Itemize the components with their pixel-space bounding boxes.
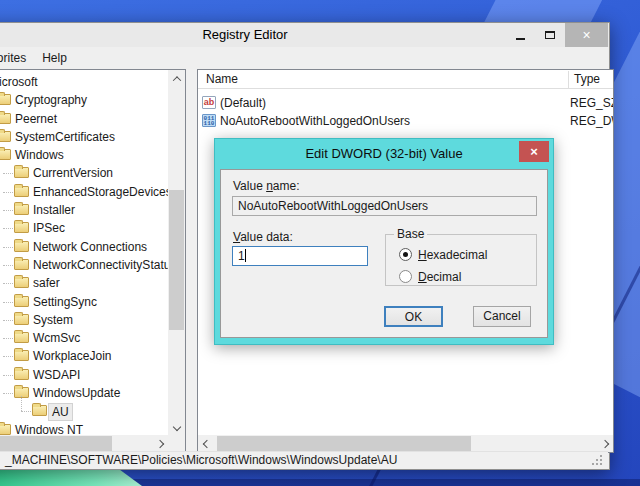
tree-item-label[interactable]: Installer — [30, 202, 78, 218]
tree-item-label[interactable]: Windows NT — [12, 422, 86, 435]
menu-bar: FileEditViewFavoritesHelp — [0, 47, 609, 69]
tree-item-windowsupdate[interactable]: WindowsUpdate — [0, 384, 185, 402]
scroll-right-button[interactable] — [596, 435, 613, 452]
scroll-right-button[interactable] — [151, 435, 168, 452]
tree-item-system[interactable]: System — [0, 311, 185, 329]
tree-connector — [3, 283, 13, 284]
tree-item-settingsync[interactable]: SettingSync — [0, 293, 185, 311]
tree-item-microsoft[interactable]: Microsoft — [0, 73, 185, 91]
registry-tree-pane: MicrosoftCryptographyPeernetSystemCertif… — [0, 69, 186, 453]
tree-connector — [3, 173, 13, 174]
chevron-right-icon — [600, 439, 608, 447]
radio-icon[interactable] — [399, 270, 412, 283]
text-caret — [245, 249, 246, 262]
value-row[interactable]: 011110NoAutoRebootWithLoggedOnUsersREG_D… — [198, 112, 613, 130]
maximize-button[interactable] — [535, 23, 565, 47]
tree-item-wsdapi[interactable]: WSDAPI — [0, 366, 185, 384]
cancel-button[interactable]: Cancel — [473, 306, 531, 327]
maximize-icon — [545, 31, 555, 39]
tree-item-safer[interactable]: safer — [0, 274, 185, 292]
tree-item-label[interactable]: Microsoft — [0, 74, 41, 90]
folder-icon — [14, 369, 29, 380]
tree-item-label[interactable]: Windows — [12, 147, 67, 163]
close-button[interactable]: × — [565, 23, 608, 47]
folder-icon — [14, 350, 29, 361]
tree-item-label[interactable]: WorkplaceJoin — [30, 348, 114, 364]
tree-vscroll-thumb[interactable] — [169, 190, 184, 330]
status-bar: _MACHINE\SOFTWARE\Policies\Microsoft\Win… — [0, 451, 608, 468]
tree-item-cryptography[interactable]: Cryptography — [0, 91, 185, 109]
dialog-close-button[interactable]: × — [519, 141, 549, 162]
scroll-down-button[interactable] — [168, 418, 185, 435]
column-header-type[interactable]: Type — [574, 70, 600, 88]
tree-item-label[interactable]: IPSec — [30, 220, 68, 236]
folder-icon — [14, 167, 29, 178]
tree-item-label[interactable]: SystemCertificates — [12, 129, 118, 145]
tree-item-ipsec[interactable]: IPSec — [0, 219, 185, 237]
tree-item-label[interactable]: Network Connections — [30, 239, 150, 255]
folder-icon — [0, 94, 11, 105]
tree-item-label[interactable]: System — [30, 312, 76, 328]
tree-item-label[interactable]: WindowsUpdate — [30, 385, 123, 401]
tree-vertical-scrollbar[interactable] — [168, 70, 185, 435]
value-name[interactable]: NoAutoRebootWithLoggedOnUsers — [220, 112, 410, 130]
resize-grip-icon[interactable] — [600, 455, 602, 457]
tree-item-label[interactable]: safer — [30, 275, 63, 291]
tree-item-label[interactable]: Cryptography — [12, 92, 90, 108]
list-horizontal-scrollbar[interactable] — [198, 435, 613, 452]
tree-horizontal-scrollbar[interactable] — [0, 435, 168, 452]
tree-item-label[interactable]: NetworkConnectivityStatusIndicator — [30, 257, 185, 273]
value-name-field[interactable]: NoAutoRebootWithLoggedOnUsers — [232, 196, 537, 216]
list-hscroll-thumb[interactable] — [217, 436, 471, 451]
titlebar[interactable]: Registry Editor × — [0, 23, 609, 47]
tree-item-au[interactable]: AU — [0, 402, 185, 420]
decimal-radio[interactable]: Decimal — [399, 269, 461, 284]
tree-item-label[interactable]: SettingSync — [30, 294, 100, 310]
tree-item-label[interactable]: WcmSvc — [30, 330, 83, 346]
tree-item-label[interactable]: EnhancedStorageDevices — [30, 184, 175, 200]
tree-item-wcmsvc[interactable]: WcmSvc — [0, 329, 185, 347]
status-path: _MACHINE\SOFTWARE\Policies\Microsoft\Win… — [5, 452, 397, 469]
tree-item-enhancedstoragedevices[interactable]: EnhancedStorageDevices — [0, 183, 185, 201]
value-data-label: Value data: — [233, 230, 293, 244]
tree-item-network-connections[interactable]: Network Connections — [0, 238, 185, 256]
list-header: Name Type — [198, 70, 613, 89]
minimize-button[interactable] — [505, 23, 535, 47]
tree-item-installer[interactable]: Installer — [0, 201, 185, 219]
base-groupbox: Base Hexadecimal Decimal — [385, 234, 537, 286]
folder-icon — [0, 131, 11, 142]
scroll-up-button[interactable] — [168, 70, 185, 87]
value-name[interactable]: (Default) — [220, 94, 266, 112]
tree-item-label[interactable]: Peernet — [12, 111, 60, 127]
tree-connector — [3, 375, 13, 376]
tree-item-workplacejoin[interactable]: WorkplaceJoin — [0, 347, 185, 365]
tree-item-label[interactable]: AU — [48, 403, 73, 421]
tree-item-currentversion[interactable]: CurrentVersion — [0, 164, 185, 182]
tree-item-networkconnectivitystatusindicator[interactable]: NetworkConnectivityStatusIndicator — [0, 256, 185, 274]
scroll-left-button[interactable] — [198, 435, 215, 452]
value-row[interactable]: ab(Default)REG_SZ — [198, 94, 613, 112]
tree-item-windows-nt[interactable]: Windows NT — [0, 421, 185, 435]
hexadecimal-radio[interactable]: Hexadecimal — [399, 247, 487, 262]
tree-connector — [3, 338, 13, 339]
tree-item-peernet[interactable]: Peernet — [0, 110, 185, 128]
folder-icon — [14, 186, 29, 197]
tree-item-systemcertificates[interactable]: SystemCertificates — [0, 128, 185, 146]
close-icon: × — [530, 144, 538, 159]
radio-icon[interactable] — [399, 248, 412, 261]
column-header-name[interactable]: Name — [206, 70, 238, 88]
column-separator[interactable] — [568, 71, 569, 88]
tree-hscroll-thumb[interactable] — [0, 436, 112, 451]
tree-item-windows[interactable]: Windows — [0, 146, 185, 164]
folder-icon — [0, 424, 11, 435]
tree-item-label[interactable]: CurrentVersion — [30, 165, 116, 181]
value-data-input[interactable]: 1 — [232, 246, 368, 266]
menu-item-help[interactable]: Help — [34, 47, 75, 69]
menu-item-favorites[interactable]: Favorites — [0, 47, 34, 69]
registry-tree: MicrosoftCryptographyPeernetSystemCertif… — [0, 73, 185, 435]
ok-button[interactable]: OK — [384, 306, 443, 327]
desktop: Registry Editor × FileEditViewFavoritesH… — [0, 0, 640, 486]
tree-connector — [3, 192, 13, 193]
tree-item-label[interactable]: WSDAPI — [30, 367, 83, 383]
value-type: REG_DWORD — [570, 112, 614, 130]
